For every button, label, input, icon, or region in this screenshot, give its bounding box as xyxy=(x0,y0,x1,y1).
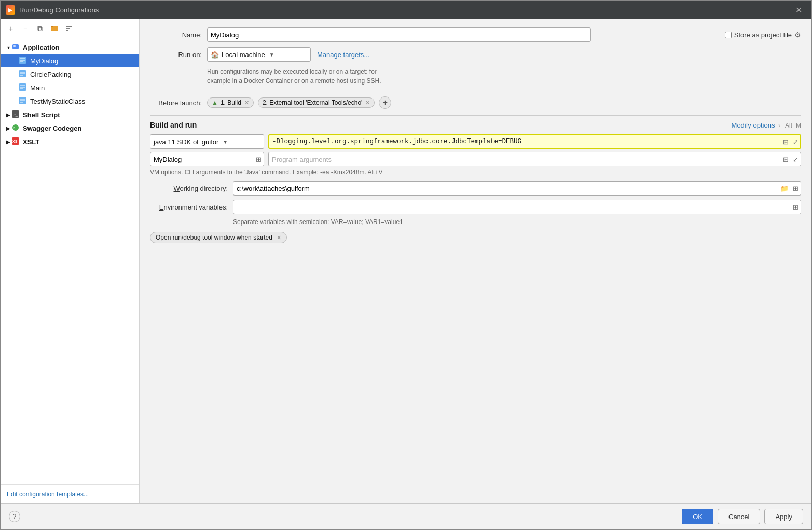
close-button[interactable]: ✕ xyxy=(791,3,806,17)
application-icon xyxy=(12,43,20,51)
expand-icon-xslt: ▶ xyxy=(5,138,12,145)
manage-targets-link[interactable]: Manage targets... xyxy=(317,51,369,59)
prog-args-expand-icon[interactable]: ⊞ xyxy=(781,155,790,164)
run-on-value: Local machine xyxy=(222,51,265,59)
run-tool-tag-label: Open run/debug tool window when started xyxy=(156,234,272,241)
run-tool-tag[interactable]: Open run/debug tool window when started … xyxy=(150,232,287,243)
name-input[interactable] xyxy=(207,27,591,42)
store-project-label: Store as project file xyxy=(734,31,792,39)
working-dir-folder-icon[interactable]: 📁 xyxy=(779,184,790,193)
swagger-icon: S xyxy=(12,124,20,132)
expand-icon-application: ▾ xyxy=(5,44,12,51)
working-dir-expand-icon[interactable]: ⊞ xyxy=(791,184,800,193)
run-on-dropdown[interactable]: 🏠 Local machine ▼ xyxy=(207,47,311,62)
sidebar-item-label-main: Main xyxy=(30,84,45,92)
working-dir-input[interactable] xyxy=(233,181,801,196)
vm-options-icons: ⊞ ⤢ xyxy=(781,137,800,147)
bottom-left: ? xyxy=(9,511,678,522)
shellscript-icon: >_ xyxy=(12,110,20,119)
build-run-row: java 11 SDK of 'guifor ▼ ⊞ ⤢ xyxy=(150,134,801,149)
prog-args-fullscreen-icon[interactable]: ⤢ xyxy=(791,155,800,164)
svg-text:>_: >_ xyxy=(13,112,18,117)
sidebar-item-mydialog[interactable]: MyDialog xyxy=(1,54,139,67)
prog-args-input[interactable] xyxy=(268,152,801,166)
sdk-label: java 11 SDK of 'guifor xyxy=(154,138,218,146)
launch-tag-external[interactable]: 2. External tool 'External Tools/echo' ✕ xyxy=(258,97,375,108)
sidebar: + − ⧉ ▾ xyxy=(1,19,140,503)
store-project-gear-icon[interactable]: ⚙ xyxy=(794,31,801,39)
svg-text:S: S xyxy=(13,125,16,130)
env-hint: Separate variables with semicolon: VAR=v… xyxy=(233,218,801,226)
svg-rect-2 xyxy=(51,26,53,27)
svg-rect-7 xyxy=(13,45,16,47)
ok-button[interactable]: OK xyxy=(682,509,713,524)
folder-button[interactable] xyxy=(48,22,61,35)
svg-rect-6 xyxy=(12,44,19,49)
add-launch-button[interactable]: + xyxy=(379,96,391,109)
before-launch-items: ▲ 1. Build ✕ 2. External tool 'External … xyxy=(207,96,391,109)
sort-button[interactable] xyxy=(63,22,75,35)
run-tool-tag-close[interactable]: ✕ xyxy=(277,234,281,241)
run-on-dropdown-arrow: ▼ xyxy=(269,52,274,58)
modify-options-container: Modify options › Alt+M xyxy=(732,121,801,129)
separator-1 xyxy=(150,91,801,91)
mydialog-icon xyxy=(19,57,27,65)
build-run-section-header: Build and run Modify options › Alt+M xyxy=(150,121,801,129)
modify-options-link[interactable]: Modify options xyxy=(732,121,775,129)
main-class-row: ⊞ ⊞ ⤢ xyxy=(150,152,801,166)
main-content: + − ⧉ ▾ xyxy=(1,19,811,503)
vm-expand-icon[interactable]: ⊞ xyxy=(781,137,790,147)
testmystatic-icon xyxy=(19,97,27,105)
bottom-bar: ? OK Cancel Apply xyxy=(1,503,811,529)
vm-options-input[interactable] xyxy=(268,134,801,149)
env-vars-input[interactable] xyxy=(233,200,801,214)
sdk-dropdown-arrow: ▼ xyxy=(223,139,228,145)
sidebar-item-xslt[interactable]: ▶ XS XSLT xyxy=(1,135,139,148)
expand-icon-swagger: ▶ xyxy=(5,124,12,132)
build-tag-close[interactable]: ✕ xyxy=(244,100,249,106)
vm-fullscreen-icon[interactable]: ⤢ xyxy=(791,137,800,147)
expand-icon-shellscript: ▶ xyxy=(5,111,12,118)
working-dir-label: Working directory: xyxy=(150,185,233,192)
env-vars-row: Environment variables: ⊞ xyxy=(150,200,801,214)
copy-config-button[interactable]: ⧉ xyxy=(34,22,46,35)
xslt-icon: XS xyxy=(12,137,20,146)
add-config-button[interactable]: + xyxy=(5,22,17,35)
help-button[interactable]: ? xyxy=(9,511,20,522)
sidebar-item-label-testmystatic: TestMyStaticClass xyxy=(30,97,85,105)
run-debug-configurations-dialog: ▶ Run/Debug Configurations ✕ + − ⧉ xyxy=(0,0,812,530)
store-project-checkbox[interactable] xyxy=(725,32,732,38)
sidebar-footer: Edit configuration templates... xyxy=(1,484,139,503)
sidebar-item-testmystatic[interactable]: TestMyStaticClass xyxy=(1,94,139,108)
modify-options-arrow: › xyxy=(778,121,780,129)
sidebar-item-shellscript[interactable]: ▶ >_ Shell Script xyxy=(1,108,139,121)
working-dir-wrap: 📁 ⊞ xyxy=(233,181,801,196)
sidebar-toolbar: + − ⧉ xyxy=(1,19,139,38)
sidebar-item-circlepacking[interactable]: CirclePacking xyxy=(1,67,139,81)
name-label: Name: xyxy=(150,31,207,39)
sidebar-item-main[interactable]: Main xyxy=(1,81,139,94)
sidebar-item-label-circlepacking: CirclePacking xyxy=(30,71,71,78)
main-class-input[interactable] xyxy=(150,152,264,166)
home-icon: 🏠 xyxy=(211,51,219,59)
external-tag-close[interactable]: ✕ xyxy=(365,100,370,106)
before-launch-row: Before launch: ▲ 1. Build ✕ 2. External … xyxy=(150,96,801,109)
apply-button[interactable]: Apply xyxy=(764,509,803,524)
modify-options-shortcut: Alt+M xyxy=(785,122,801,129)
main-icon xyxy=(19,83,27,92)
env-vars-expand-icon[interactable]: ⊞ xyxy=(791,202,800,212)
sidebar-item-label-mydialog: MyDialog xyxy=(30,57,58,65)
sdk-dropdown[interactable]: java 11 SDK of 'guifor ▼ xyxy=(150,134,264,149)
main-class-icons: ⊞ xyxy=(254,155,263,164)
cancel-button[interactable]: Cancel xyxy=(718,509,760,524)
separator-2 xyxy=(150,115,801,116)
env-vars-wrap: ⊞ xyxy=(233,200,801,214)
main-class-expand-icon[interactable]: ⊞ xyxy=(254,155,263,164)
edit-templates-link[interactable]: Edit configuration templates... xyxy=(7,491,89,498)
sidebar-item-application[interactable]: ▾ Application xyxy=(1,40,139,54)
help-icon-symbol: ? xyxy=(13,513,17,520)
sidebar-item-swagger[interactable]: ▶ S Swagger Codegen xyxy=(1,121,139,135)
working-dir-row: Working directory: 📁 ⊞ xyxy=(150,181,801,196)
launch-tag-build[interactable]: ▲ 1. Build ✕ xyxy=(207,97,254,108)
remove-config-button[interactable]: − xyxy=(19,22,32,35)
